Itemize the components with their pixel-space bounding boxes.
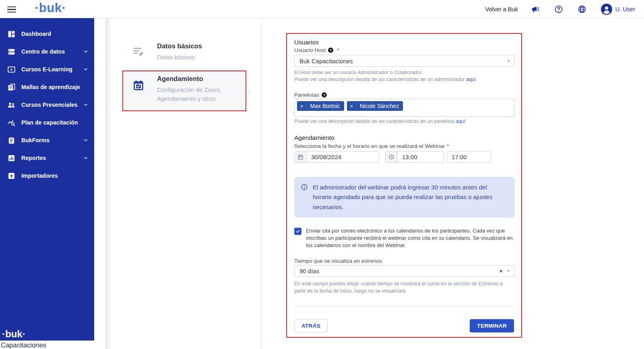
collapse-chevron-icon[interactable]: › [248, 85, 252, 98]
chevron-down-icon [83, 102, 89, 108]
start-time-value: 13:00 [398, 154, 417, 160]
form-divider [294, 306, 515, 307]
calendar-check-icon [133, 80, 144, 91]
usuario-host-label-text: Usuario Host [294, 47, 326, 53]
question-badge-icon[interactable]: ? [328, 48, 333, 53]
question-badge-icon[interactable]: ? [322, 92, 327, 98]
step-datos-basicos[interactable]: Datos básicos Datos básicos [133, 42, 239, 62]
chevron-down-icon: ▾ [507, 58, 510, 64]
remove-tag-icon[interactable]: × [297, 103, 307, 109]
sidebar-item-label: Mallas de aprendizaje [21, 84, 80, 90]
chevron-down-icon [83, 155, 89, 161]
menu-icon[interactable] [7, 5, 17, 13]
sidebar-item-label: Reportes [21, 155, 46, 161]
step-title: Agendamiento [157, 75, 239, 83]
schedule-inputs: 30/08/2024 13:00 17:00 [294, 151, 515, 163]
topbar-actions: Volver a Buk U. User [485, 0, 635, 18]
sidebar-item-label: Centro de datos [21, 48, 65, 55]
panelist-name: Nicole Sánchez [356, 103, 402, 109]
usuario-host-select[interactable]: Buk Capacitaciones ▾ [294, 55, 515, 67]
people-icon [7, 101, 16, 109]
buk-logo: ·buk· [35, 1, 66, 15]
vertical-scrollbar[interactable] [105, 18, 111, 349]
checkbox-checked[interactable] [294, 228, 301, 235]
sidebar-item-plan-de-capacitacion[interactable]: Plan de capacitación [0, 114, 94, 131]
chart-search-icon [7, 118, 16, 127]
database-icon [7, 48, 16, 56]
info-icon [301, 183, 308, 191]
sidebar-item-label: BukForms [21, 137, 50, 143]
step-agendamiento[interactable]: Agendamiento Configuración de Zoom, Agen… [133, 75, 239, 103]
globe-icon[interactable] [578, 5, 586, 14]
sidebar-item-reportes[interactable]: Reportes [0, 149, 94, 167]
sidebar-item-bukforms[interactable]: BukForms [0, 131, 94, 149]
clipboard-icon [7, 136, 16, 145]
sidebar-item-label: Cursos E-Learning [21, 66, 72, 73]
required-asterisk: * [447, 143, 449, 149]
terminar-button[interactable]: TERMINAR [470, 319, 514, 332]
panelistas-input[interactable]: × Max Bortnic × Nicole Sánchez [294, 99, 515, 117]
estrenos-value: 90 días [299, 268, 500, 274]
usuario-host-label: Usuario Host ? * [294, 47, 515, 53]
dashboard-icon [7, 30, 16, 38]
panelist-name: Max Bortnic [307, 103, 344, 109]
app-root: ·buk· Volver a Buk U. User Dashboard [0, 0, 644, 349]
host-help-line2: Puede ver una descripción detalla de las… [294, 77, 515, 82]
megaphone-icon[interactable] [531, 5, 540, 14]
panelistas-label: Panelistas ? [294, 92, 515, 98]
estrenos-label: Tiempo que se visualiza en estrenos [294, 258, 515, 264]
step-subtitle: Datos básicos [157, 53, 239, 62]
calendar-invite-row: Enviar cita por correo electrónico a los… [294, 227, 515, 249]
checkbox-label: Enviar cita por correo electrónico a los… [306, 227, 515, 249]
help-icon[interactable] [554, 5, 563, 14]
sidebar-item-mallas-de-aprendizaje[interactable]: Mallas de aprendizaje [0, 78, 94, 96]
user-avatar[interactable] [601, 4, 612, 15]
sidebar: Dashboard Centro de datos Cursos E-Learn… [0, 18, 94, 341]
panelistas-label-text: Panelistas [294, 92, 319, 98]
host-help-line2-text: Puede ver una descripción detalla de las… [294, 77, 464, 82]
top-bar: ·buk· Volver a Buk U. User [0, 0, 644, 18]
start-time-input[interactable]: 13:00 [385, 151, 444, 163]
step-subtitle: Configuración de Zoom, Agendamiento y ot… [157, 85, 239, 103]
bar-chart-icon [7, 154, 16, 162]
date-input[interactable]: 30/08/2024 [294, 151, 380, 163]
host-help-link[interactable]: aquí [466, 77, 476, 82]
panel-divider [261, 18, 261, 349]
step-title: Datos básicos [157, 42, 239, 50]
sidebar-item-label: Plan de capacitación [21, 119, 78, 126]
info-alert-text: El administrador del webinar podrá ingre… [313, 183, 503, 212]
chevron-down-icon [83, 66, 89, 72]
annotation-box-form: Usuarios Usuario Host ? * Buk Capacitaci… [286, 33, 522, 338]
estrenos-select[interactable]: 90 días × ▾ [294, 265, 515, 277]
module-label: Capacitaciones [1, 341, 46, 349]
sidebar-item-dashboard[interactable]: Dashboard [0, 25, 94, 43]
end-time-value: 17:00 [447, 154, 467, 160]
sidebar-item-label: Dashboard [21, 31, 51, 37]
panelistas-help-link[interactable]: aquí [456, 118, 465, 124]
volver-a-buk-link[interactable]: Volver a Buk [485, 6, 518, 12]
end-time-input[interactable]: 17:00 [447, 151, 491, 163]
clear-icon[interactable]: × [500, 268, 503, 274]
required-asterisk: * [337, 47, 339, 53]
panelist-tag: × Max Bortnic [297, 101, 344, 111]
panelist-tag: × Nicole Sánchez [347, 101, 403, 111]
schedule-label-text: Selecciona la fecha y el horario en que … [294, 143, 445, 149]
sidebar-nav: Dashboard Centro de datos Cursos E-Learn… [0, 18, 94, 185]
buk-logo-footer: ·buk· [2, 328, 26, 340]
user-name[interactable]: U. User [615, 6, 635, 12]
video-play-icon [7, 65, 16, 74]
upload-box-icon [7, 172, 16, 180]
remove-tag-icon[interactable]: × [347, 103, 357, 109]
section-title-agendamiento: Agendamiento [294, 134, 515, 141]
sidebar-item-cursos-presenciales[interactable]: Cursos Presenciales [0, 96, 94, 114]
usuario-host-value: Buk Capacitaciones [299, 58, 507, 64]
atras-button[interactable]: ATRÁS [294, 319, 328, 332]
sidebar-item-cursos-e-learning[interactable]: Cursos E-Learning [0, 60, 94, 78]
book-pages-icon [7, 83, 16, 91]
schedule-label: Selecciona la fecha y el horario en que … [294, 143, 515, 149]
sidebar-item-importadores[interactable]: Importadores [0, 167, 94, 185]
sidebar-item-centro-de-datos[interactable]: Centro de datos [0, 43, 94, 60]
sidebar-item-label: Importadores [21, 172, 58, 179]
date-value: 30/08/2024 [307, 154, 341, 160]
estrenos-help: En este campo puedes elegir cuánto tiemp… [294, 280, 515, 295]
